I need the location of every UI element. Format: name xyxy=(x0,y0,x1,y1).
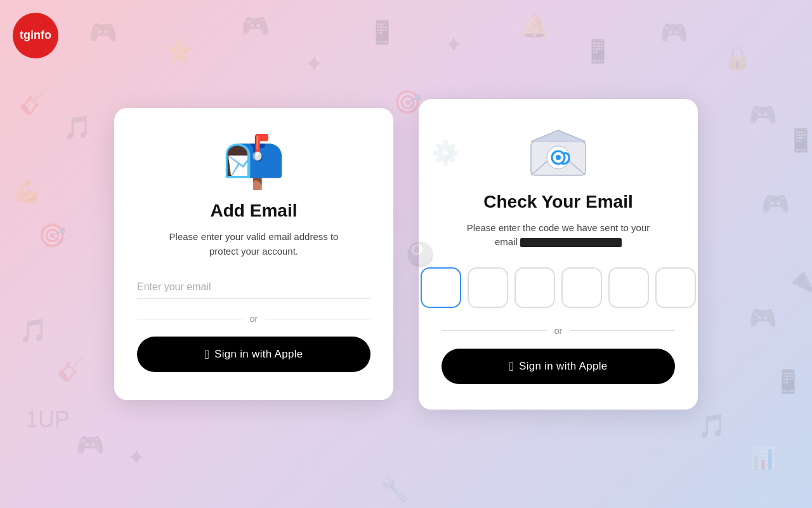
apple-signin-button-1[interactable]:  Sign in with Apple xyxy=(137,337,370,372)
otp-container xyxy=(442,267,675,308)
or-line-left xyxy=(137,319,242,319)
apple-signin-button-2[interactable]:  Sign in with Apple xyxy=(442,349,675,384)
mailbox-icon: 📬 xyxy=(225,133,282,190)
apple-signin-label-1: Sign in with Apple xyxy=(214,348,303,361)
logo-text: tginfo xyxy=(20,29,51,42)
add-email-title: Add Email xyxy=(211,201,298,221)
cards-wrapper: 📬 Add Email Please enter your valid emai… xyxy=(114,99,698,410)
otp-input-4[interactable] xyxy=(561,267,602,308)
otp-input-2[interactable] xyxy=(468,267,508,308)
or-line-right-2 xyxy=(570,330,675,331)
otp-input-5[interactable] xyxy=(608,267,649,308)
apple-logo-icon-1:  xyxy=(204,348,209,361)
check-email-card: Check Your Email Please enter the code w… xyxy=(419,99,698,410)
svg-point-3 xyxy=(556,155,561,160)
or-text-1: or xyxy=(250,314,258,324)
logo: tginfo xyxy=(13,13,58,58)
check-email-description: Please enter the code we have sent to yo… xyxy=(463,221,653,250)
apple-logo-icon-2:  xyxy=(509,360,514,373)
or-line-right xyxy=(265,319,370,319)
redacted-email xyxy=(520,238,622,247)
envelope-icon xyxy=(530,124,587,182)
or-text-2: or xyxy=(554,326,562,336)
otp-input-1[interactable] xyxy=(421,267,461,308)
add-email-card: 📬 Add Email Please enter your valid emai… xyxy=(114,108,393,400)
email-input-wrapper xyxy=(137,276,370,298)
or-line-left-2 xyxy=(442,330,547,331)
otp-input-6[interactable] xyxy=(655,267,696,308)
check-email-or-divider: or xyxy=(442,326,675,336)
add-email-or-divider: or xyxy=(137,314,370,324)
check-email-title: Check Your Email xyxy=(483,192,633,212)
otp-input-3[interactable] xyxy=(514,267,555,308)
envelope-svg xyxy=(530,129,587,177)
email-input[interactable] xyxy=(137,276,370,298)
apple-signin-label-2: Sign in with Apple xyxy=(519,360,608,373)
add-email-description: Please enter your valid email address to… xyxy=(159,230,349,258)
